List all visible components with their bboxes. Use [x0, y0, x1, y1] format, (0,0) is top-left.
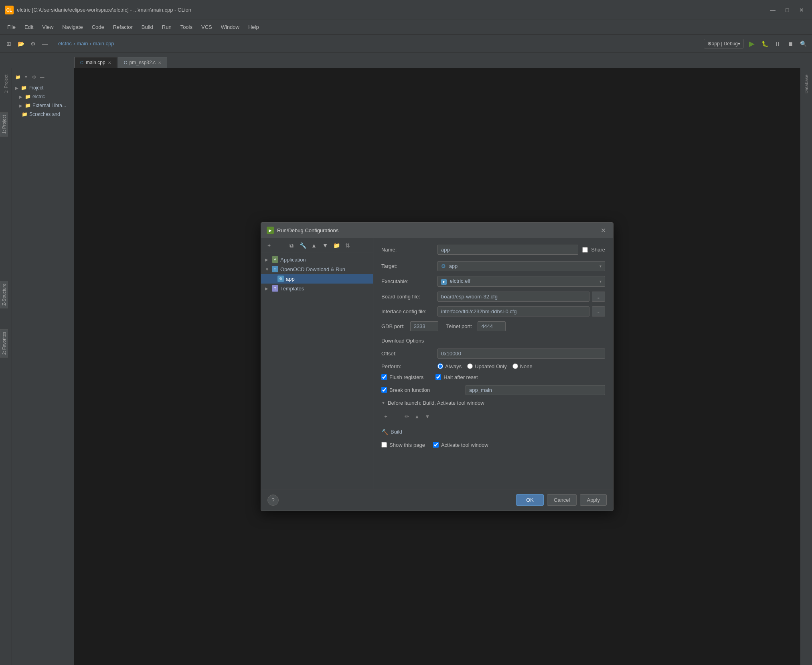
tree-add-button[interactable]: + [264, 241, 274, 250]
board-config-browse-button[interactable]: ... [592, 292, 605, 302]
menu-build[interactable]: Build [138, 22, 157, 32]
side-label-project[interactable]: 1: Project [2, 71, 10, 96]
maximize-button[interactable]: □ [782, 4, 793, 16]
menu-edit[interactable]: Edit [20, 22, 37, 32]
break-on-function-label-wrapper[interactable]: Break on function [381, 387, 462, 393]
telnet-port-input[interactable] [478, 321, 506, 331]
flush-registers-checkbox[interactable] [381, 374, 387, 380]
nav-folder-icon[interactable]: 📂 [16, 39, 26, 49]
sidebar-icon-settings[interactable]: ⚙ [30, 72, 38, 82]
breadcrumb-folder[interactable]: main [77, 41, 88, 47]
breadcrumb-file[interactable]: main.cpp [93, 41, 114, 47]
side-label-project-tab[interactable]: 1: Project [0, 112, 8, 136]
interface-config-input[interactable] [437, 306, 589, 316]
sidebar-icon-list[interactable]: ≡ [22, 72, 30, 82]
run-config-selector[interactable]: ⚙ app | Debug ▾ [704, 39, 744, 49]
board-config-input[interactable] [437, 292, 589, 302]
launch-up-button[interactable]: ▲ [413, 412, 421, 421]
target-label: Target: [381, 263, 433, 269]
menu-navigate[interactable]: Navigate [58, 22, 87, 32]
share-checkbox[interactable] [582, 247, 588, 253]
download-options-title: Download Options [381, 338, 605, 344]
tree-node-openocd[interactable]: ▼ O OpenOCD Download & Run [261, 264, 373, 274]
sidebar-item-external-libs[interactable]: ▶ 📁 External Libra... [12, 101, 74, 110]
gdb-port-input[interactable] [410, 321, 438, 331]
sidebar-icon-folder[interactable]: 📁 [14, 72, 22, 82]
tab-close-pm-esp32[interactable]: ✕ [158, 61, 161, 65]
tree-remove-button[interactable]: — [275, 241, 285, 250]
nav-settings-icon[interactable]: ⚙ [28, 39, 38, 49]
ok-button[interactable]: OK [516, 494, 544, 506]
perform-none-label[interactable]: None [512, 363, 533, 369]
menu-help[interactable]: Help [244, 22, 263, 32]
perform-always-label[interactable]: Always [437, 363, 462, 369]
tree-node-app[interactable]: ⚙ app [261, 274, 373, 284]
side-label-z-structure-tab[interactable]: Z-Structure [0, 281, 8, 308]
activate-tool-window-label[interactable]: Activate tool window [433, 442, 488, 448]
sidebar-icon-minimize[interactable]: — [38, 72, 46, 82]
tree-node-application[interactable]: ▶ A Application [261, 255, 373, 264]
tab-main-cpp[interactable]: C main.cpp ✕ [74, 57, 117, 68]
before-launch-header[interactable]: ▼ Before launch: Build, Activate tool wi… [381, 400, 605, 406]
show-this-page-checkbox[interactable] [381, 442, 387, 448]
search-everywhere-icon[interactable]: 🔍 [798, 39, 808, 49]
perform-updated-only-label[interactable]: Updated Only [467, 363, 507, 369]
breadcrumb-project[interactable]: elctric [58, 41, 72, 47]
menu-tools[interactable]: Tools [176, 22, 196, 32]
tab-close-main-cpp[interactable]: ✕ [108, 61, 111, 65]
flush-registers-label[interactable]: Flush registers [381, 374, 423, 380]
launch-edit-button[interactable]: ✏ [402, 412, 411, 421]
tree-wrench-button[interactable]: 🔧 [298, 241, 308, 250]
dialog-close-button[interactable]: ✕ [599, 226, 607, 235]
side-label-favorites-tab[interactable]: 2: Favorites [0, 329, 8, 357]
minimize-button[interactable]: — [767, 4, 778, 16]
stop-button[interactable]: ⏹ [786, 39, 795, 49]
launch-remove-button[interactable]: — [392, 412, 401, 421]
debug-button[interactable]: 🐛 [760, 39, 769, 49]
executable-dropdown[interactable]: ▶ elctric.elf ▾ [437, 276, 605, 287]
coverage-button[interactable]: ⏸ [773, 39, 782, 49]
halt-after-reset-checkbox[interactable] [435, 374, 441, 380]
sidebar-item-project[interactable]: ▶ 📁 Project [12, 83, 74, 92]
tree-folder-button[interactable]: 📁 [332, 241, 341, 250]
perform-radio-group: Always Updated Only None [437, 363, 533, 369]
launch-down-button[interactable]: ▼ [423, 412, 432, 421]
menu-refactor[interactable]: Refactor [109, 22, 137, 32]
menu-code[interactable]: Code [88, 22, 108, 32]
side-panel-left: 1: Project [0, 68, 12, 665]
menu-file[interactable]: File [3, 22, 20, 32]
show-this-page-label[interactable]: Show this page [381, 442, 425, 448]
close-window-button[interactable]: ✕ [796, 4, 807, 16]
target-dropdown[interactable]: ⚙ app ▾ [437, 261, 605, 271]
sidebar-item-scratches[interactable]: 📁 Scratches and [12, 110, 74, 119]
nav-minus-icon[interactable]: — [40, 39, 50, 49]
name-input[interactable] [437, 245, 578, 255]
help-button[interactable]: ? [267, 495, 279, 506]
run-button[interactable]: ▶ [747, 39, 757, 49]
menu-run[interactable]: Run [158, 22, 176, 32]
menu-view[interactable]: View [38, 22, 57, 32]
break-on-function-checkbox[interactable] [381, 387, 387, 393]
offset-input[interactable] [437, 349, 605, 359]
side-label-database[interactable]: Database [802, 71, 810, 97]
menu-vcs[interactable]: VCS [197, 22, 216, 32]
menu-window[interactable]: Window [217, 22, 243, 32]
sidebar-item-elctric[interactable]: ▶ 📁 elctric [12, 92, 74, 101]
interface-config-browse-button[interactable]: ... [592, 306, 605, 316]
tree-up-button[interactable]: ▲ [309, 241, 319, 250]
break-on-function-input[interactable] [466, 385, 605, 395]
tree-node-templates[interactable]: ▶ T Templates [261, 284, 373, 293]
perform-updated-only-radio[interactable] [467, 363, 473, 369]
tree-down-button[interactable]: ▼ [320, 241, 330, 250]
cancel-button[interactable]: Cancel [547, 494, 577, 506]
apply-button[interactable]: Apply [580, 494, 607, 506]
tree-copy-button[interactable]: ⧉ [287, 241, 296, 250]
halt-after-reset-label[interactable]: Halt after reset [435, 374, 478, 380]
nav-back-icon[interactable]: ⊞ [4, 39, 14, 49]
tab-pm-esp32[interactable]: C pm_esp32.c ✕ [118, 57, 167, 68]
tree-sort-button[interactable]: ⇅ [343, 241, 352, 250]
activate-tool-window-checkbox[interactable] [433, 442, 439, 448]
perform-always-radio[interactable] [437, 363, 443, 369]
perform-none-radio[interactable] [512, 363, 518, 369]
launch-add-button[interactable]: + [381, 412, 390, 421]
